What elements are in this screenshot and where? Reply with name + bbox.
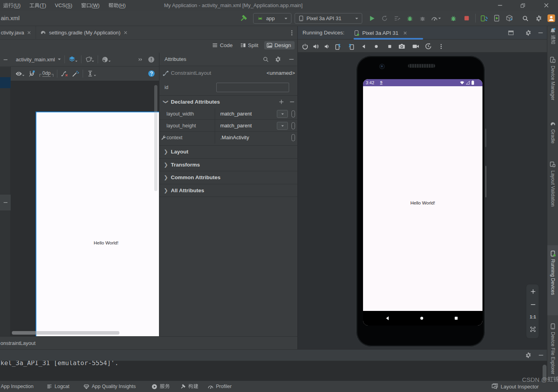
hide-panel-icon[interactable]: [537, 30, 544, 36]
value-dropdown-button[interactable]: [277, 122, 288, 130]
hide-panel-icon[interactable]: [288, 56, 295, 62]
theme-button[interactable]: [101, 56, 111, 63]
avatar[interactable]: [547, 13, 556, 23]
home-button[interactable]: [372, 42, 380, 51]
orientation-button[interactable]: [85, 55, 95, 63]
canvas-horizontal-scrollbar[interactable]: [12, 331, 119, 335]
id-input[interactable]: [216, 83, 289, 92]
design-canvas[interactable]: Hello World!: [11, 81, 159, 336]
device-select[interactable]: Pixel 3a API 31: [295, 13, 362, 24]
close-icon[interactable]: [403, 31, 407, 35]
pack-button[interactable]: [87, 70, 96, 77]
snapshots-button[interactable]: [424, 42, 433, 51]
volume-up-button[interactable]: [311, 42, 320, 51]
nav-back-button[interactable]: [385, 316, 390, 321]
pin-toggle-icon[interactable]: [291, 134, 295, 141]
nav-home-button[interactable]: [419, 316, 424, 321]
screenshot-button[interactable]: [397, 42, 406, 51]
component-tree-minimize-button[interactable]: [0, 195, 11, 210]
screen-record-button[interactable]: [411, 42, 420, 51]
window-close-button[interactable]: [537, 0, 555, 11]
mode-split-button[interactable]: Split: [240, 42, 258, 48]
zoom-fit-button[interactable]: [526, 326, 539, 332]
recents-button[interactable]: [385, 42, 394, 51]
rotate-left-button[interactable]: [334, 42, 342, 51]
menu-run[interactable]: (U): [0, 0, 26, 11]
issues-panel-button[interactable]: [148, 56, 155, 63]
run-console[interactable]: kel_3a_API_31 [emulator-5554]'.: [0, 361, 547, 381]
menu-vcs[interactable]: VCS(S): [52, 0, 78, 11]
hide-panel-icon[interactable]: [538, 352, 544, 358]
pin-toggle-icon[interactable]: [291, 110, 295, 117]
toolbar-overflow-icon[interactable]: [137, 57, 143, 62]
power-button[interactable]: [301, 42, 309, 51]
device-mirror-button[interactable]: [479, 13, 489, 23]
tab-settings-gradle[interactable]: settings.gradle (My Application): [36, 26, 132, 40]
pin-toggle-icon[interactable]: [291, 122, 295, 129]
attribute-row-layout-height[interactable]: layout_height match_parent: [159, 120, 297, 132]
float-window-icon[interactable]: [508, 30, 514, 36]
section-declared-attributes[interactable]: ❯ Declared Attributes: [159, 95, 297, 108]
attach-debugger-button[interactable]: [418, 13, 427, 23]
breadcrumb-item[interactable]: onstraintLayout: [0, 340, 36, 346]
gear-icon[interactable]: [525, 352, 532, 358]
tab-mainactivity-java[interactable]: ctivity.java: [0, 26, 36, 40]
menu-window[interactable]: (W): [78, 0, 105, 11]
more-options-kebab-icon[interactable]: [437, 42, 445, 51]
close-icon[interactable]: [123, 30, 128, 35]
zoom-out-button[interactable]: [526, 301, 539, 308]
design-mode-button[interactable]: [68, 55, 78, 63]
rotate-right-button[interactable]: [346, 42, 355, 51]
close-icon[interactable]: [27, 30, 31, 35]
palette-selected-item[interactable]: [0, 77, 11, 88]
menu-help[interactable]: (H): [105, 0, 131, 11]
run-configuration-select[interactable]: app: [253, 13, 291, 24]
toolwindow-profiler[interactable]: Profiler: [208, 381, 232, 392]
toolwindow-app-inspection[interactable]: App Inspection: [1, 381, 34, 392]
apply-changes-button[interactable]: [380, 13, 389, 23]
profiler-button[interactable]: [429, 13, 443, 23]
restart-debug-button[interactable]: [448, 13, 458, 23]
mode-design-button[interactable]: Design: [264, 41, 295, 49]
design-surface-preview[interactable]: Hello World!: [36, 112, 159, 336]
default-margin-button[interactable]: 0dp: [40, 70, 53, 77]
zoom-reset-button[interactable]: 1:1: [526, 314, 539, 319]
phone-screen[interactable]: 3:42 S Hello World!: [363, 79, 482, 326]
navigation-breadcrumb[interactable]: ain.xml: [1, 11, 20, 26]
search-icon[interactable]: [263, 56, 269, 62]
emulator-phone[interactable]: 3:42 S Hello World!: [356, 55, 485, 347]
device-manager-button[interactable]: [492, 13, 501, 23]
gear-icon[interactable]: [275, 56, 281, 62]
search-everywhere-button[interactable]: [520, 13, 530, 23]
toolwindow-build[interactable]: [180, 381, 198, 392]
help-button[interactable]: [148, 70, 155, 77]
section-transforms[interactable]: ❯ Transforms: [159, 158, 297, 171]
zoom-in-button[interactable]: [526, 288, 539, 295]
mode-code-button[interactable]: Code: [212, 42, 233, 48]
layout-file-select[interactable]: activity_main.xml: [16, 57, 61, 62]
palette-minimize-button[interactable]: [0, 53, 11, 66]
attribute-row-layout-width[interactable]: layout_width match_parent: [159, 108, 297, 120]
view-options-button[interactable]: [15, 70, 25, 78]
debug-button[interactable]: [405, 13, 414, 23]
volume-down-button[interactable]: [322, 42, 331, 51]
window-restore-button[interactable]: [514, 0, 532, 11]
toolwindow-app-quality-insights[interactable]: App Quality Insights: [83, 381, 136, 392]
clear-constraints-button[interactable]: [61, 70, 68, 78]
toolwindow-services[interactable]: [151, 381, 170, 392]
nav-recents-button[interactable]: [454, 316, 459, 321]
toolwindow-logcat[interactable]: Logcat: [47, 381, 70, 392]
autoconnect-toggle[interactable]: [28, 70, 36, 78]
build-hammer-icon[interactable]: [238, 13, 248, 23]
back-button[interactable]: [359, 42, 368, 51]
settings-button[interactable]: [534, 13, 543, 23]
value-dropdown-button[interactable]: [277, 110, 288, 118]
section-all-attributes[interactable]: ❯ All Attributes: [159, 184, 297, 197]
add-attribute-button[interactable]: [278, 99, 284, 105]
window-minimize-button[interactable]: [491, 0, 509, 11]
canvas-vertical-scrollbar[interactable]: [154, 85, 157, 191]
device-tab-pixel-3a[interactable]: Pixel 3a API 31: [354, 26, 407, 40]
infer-constraints-button[interactable]: [72, 70, 79, 78]
remove-attribute-button[interactable]: [289, 99, 295, 105]
attribute-row-context[interactable]: context .MainActivity: [159, 132, 297, 144]
